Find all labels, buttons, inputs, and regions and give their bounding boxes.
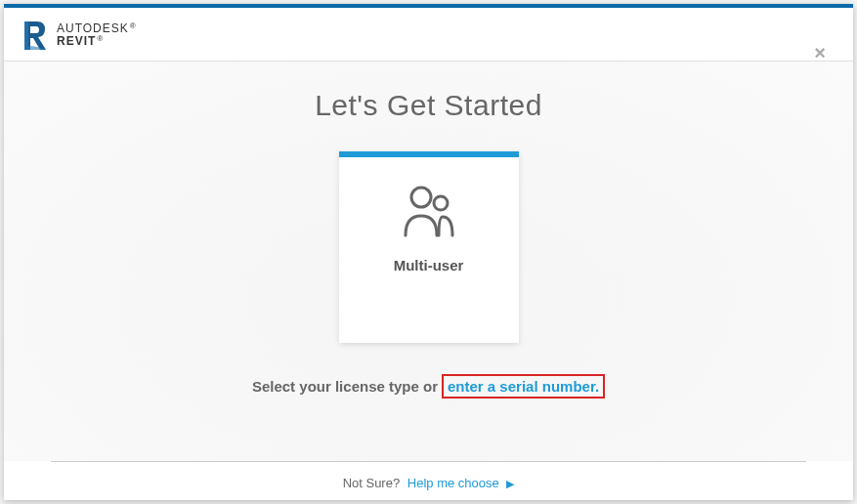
enter-serial-link[interactable]: enter a serial number.: [442, 374, 605, 399]
page-title: Let's Get Started: [315, 89, 542, 122]
revit-logo-icon: [21, 20, 49, 51]
help-me-choose-link[interactable]: Help me choose: [407, 476, 499, 490]
card-label: Multi-user: [394, 257, 464, 273]
instruction-text: Select your license type or enter a seri…: [252, 374, 605, 399]
svg-point-0: [411, 188, 431, 207]
header-bar: AUTODESK REVIT ×: [4, 8, 853, 62]
footer-prefix: Not Sure?: [343, 476, 401, 490]
footer-bar: Not Sure? Help me choose ▶: [51, 461, 806, 500]
instruction-prefix: Select your license type or: [252, 378, 438, 395]
svg-point-1: [434, 196, 448, 210]
chevron-right-icon: ▶: [506, 478, 514, 489]
dialog-window: AUTODESK REVIT × Let's Get Started Multi…: [4, 4, 853, 500]
brand-product: REVIT: [57, 35, 137, 48]
multi-user-card[interactable]: Multi-user: [339, 151, 519, 343]
brand-text: AUTODESK REVIT: [57, 22, 137, 47]
main-content: Let's Get Started Multi-user Select your…: [4, 62, 853, 461]
close-button[interactable]: ×: [814, 43, 826, 63]
multi-user-icon: [400, 185, 458, 237]
